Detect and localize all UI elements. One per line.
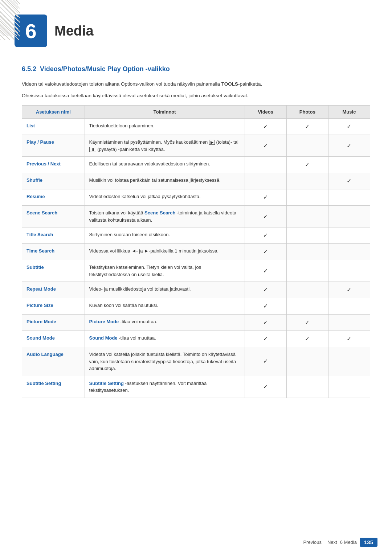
page-footer: Previous Next 6 Media 135 — [303, 538, 377, 547]
row-description: Käynnistäminen tai pysäyttäminen. Myös k… — [85, 135, 245, 157]
row-description: Video- ja musiikkitiedostoja voi toistaa… — [85, 282, 245, 298]
row-music — [328, 227, 370, 244]
table-row: SubtitleTekstityksen katseleminen. Tiety… — [22, 260, 370, 282]
row-description: Tiedostoluetteloon palaaminen. — [85, 119, 245, 135]
row-music — [328, 189, 370, 206]
footer-section-label: 6 Media — [340, 539, 357, 545]
table-row: Picture ModePicture Mode -tilaa voi muut… — [22, 315, 370, 331]
table-row: Audio LanguageVideota voi katsella jolla… — [22, 347, 370, 376]
row-music — [328, 298, 370, 315]
table-row: ShuffleMusiikin voi toistaa peräkkäin ta… — [22, 173, 370, 189]
row-description: Picture Mode -tilaa voi muuttaa. — [85, 315, 245, 331]
row-name: Subtitle Setting — [22, 376, 85, 398]
row-videos: ✓ — [245, 119, 286, 135]
row-name: Shuffle — [22, 173, 85, 189]
col-header-videos: Videos — [245, 106, 286, 119]
col-header-name: Asetuksen nimi — [22, 106, 85, 119]
row-name: Picture Mode — [22, 315, 85, 331]
row-videos — [245, 173, 286, 189]
row-description: Toiston aikana voi käyttää Scene Search … — [85, 206, 245, 227]
row-photos — [286, 135, 328, 157]
row-music — [328, 206, 370, 227]
row-music: ✓ — [328, 119, 370, 135]
table-row: ListTiedostoluetteloon palaaminen.✓✓✓ — [22, 119, 370, 135]
row-photos — [286, 282, 328, 298]
row-name: Audio Language — [22, 347, 85, 376]
row-name: Subtitle — [22, 260, 85, 282]
row-description: Edelliseen tai seuraavaan valokuvatiedos… — [85, 157, 245, 173]
row-videos: ✓ — [245, 135, 286, 157]
row-description: Videota voi katsella jollakin tuetuista … — [85, 347, 245, 376]
row-videos: ✓ — [245, 206, 286, 227]
row-description: Subtitle Setting -asetuksen näyttäminen.… — [85, 376, 245, 398]
row-photos — [286, 189, 328, 206]
row-name: Title Search — [22, 227, 85, 244]
row-music — [328, 376, 370, 398]
row-name: Time Search — [22, 244, 85, 260]
col-header-music: Music — [328, 106, 370, 119]
row-videos: ✓ — [245, 260, 286, 282]
row-photos: ✓ — [286, 119, 328, 135]
row-photos — [286, 376, 328, 398]
table-row: Previous / NextEdelliseen tai seuraavaan… — [22, 157, 370, 173]
table-row: Repeat ModeVideo- ja musiikkitiedostoja … — [22, 282, 370, 298]
row-photos — [286, 260, 328, 282]
row-name: List — [22, 119, 85, 135]
row-videos: ✓ — [245, 298, 286, 315]
row-name: Sound Mode — [22, 331, 85, 347]
row-music — [328, 315, 370, 331]
table-row: Picture SizeKuvan koon voi säätää halutu… — [22, 298, 370, 315]
table-row: Scene SearchToiston aikana voi käyttää S… — [22, 206, 370, 227]
page-number: 135 — [360, 538, 377, 547]
chapter-title: Media — [54, 23, 94, 39]
row-photos — [286, 206, 328, 227]
row-videos: ✓ — [245, 282, 286, 298]
row-description: Sound Mode -tilaa voi muuttaa. — [85, 331, 245, 347]
row-photos: ✓ — [286, 331, 328, 347]
chapter-header: 6 Media — [15, 15, 370, 47]
previous-link[interactable]: Previous — [303, 539, 322, 545]
table-row: Sound ModeSound Mode -tilaa voi muuttaa.… — [22, 331, 370, 347]
row-photos: ✓ — [286, 315, 328, 331]
row-music — [328, 157, 370, 173]
row-music — [328, 347, 370, 376]
row-videos: ✓ — [245, 347, 286, 376]
intro-paragraph-1: Videon tai valokuvatiedostojen toiston a… — [22, 80, 370, 88]
row-videos: ✓ — [245, 244, 286, 260]
table-row: Time SearchVideossa voi liikkua ◄- ja ►-… — [22, 244, 370, 260]
row-name: Previous / Next — [22, 157, 85, 173]
row-photos — [286, 298, 328, 315]
row-photos — [286, 347, 328, 376]
row-music — [328, 244, 370, 260]
intro-paragraph-2: Oheisissa taulukoissa luetellaan käytett… — [22, 92, 370, 100]
row-name: Picture Size — [22, 298, 85, 315]
table-row: Title SearchSiirtyminen suoraan toiseen … — [22, 227, 370, 244]
table-row: ResumeVideotiedoston katselua voi jatkaa… — [22, 189, 370, 206]
row-videos: ✓ — [245, 189, 286, 206]
row-name: Repeat Mode — [22, 282, 85, 298]
row-description: Siirtyminen suoraan toiseen otsikkoon. — [85, 227, 245, 244]
col-header-photos: Photos — [286, 106, 328, 119]
row-videos: ✓ — [245, 315, 286, 331]
row-videos: ✓ — [245, 227, 286, 244]
row-photos — [286, 173, 328, 189]
footer-nav: Previous Next — [303, 539, 337, 545]
row-description: Videotiedoston katselua voi jatkaa pysäy… — [85, 189, 245, 206]
row-music: ✓ — [328, 331, 370, 347]
row-music: ✓ — [328, 173, 370, 189]
row-photos — [286, 227, 328, 244]
next-link[interactable]: Next — [327, 539, 337, 545]
row-description: Musiikin voi toistaa peräkkäin tai satun… — [85, 173, 245, 189]
row-videos: ✓ — [245, 376, 286, 398]
row-description: Tekstityksen katseleminen. Tietyn kielen… — [85, 260, 245, 282]
page-wrapper: 6 Media 6.5.2 Videos/Photos/Music Play O… — [0, 0, 392, 554]
row-videos: ✓ — [245, 331, 286, 347]
row-music: ✓ — [328, 282, 370, 298]
tools-bold: TOOLS — [221, 81, 238, 87]
row-photos — [286, 244, 328, 260]
row-description: Videossa voi liikkua ◄- ja ►-painikkeill… — [85, 244, 245, 260]
row-name: Scene Search — [22, 206, 85, 227]
settings-table: Asetuksen nimi Toiminnot Videos Photos M… — [22, 105, 370, 398]
row-music — [328, 260, 370, 282]
row-description: Kuvan koon voi säätää halutuksi. — [85, 298, 245, 315]
